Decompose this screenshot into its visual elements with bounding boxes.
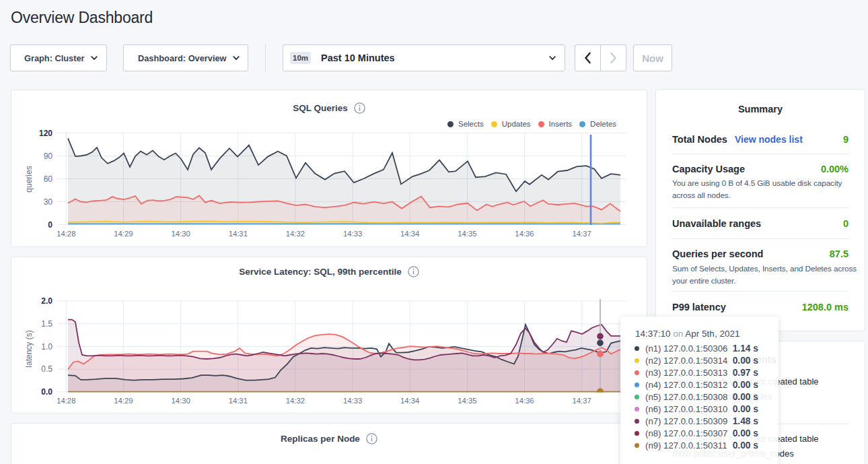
svg-text:14:29: 14:29	[114, 230, 133, 238]
svg-text:14:28: 14:28	[57, 397, 75, 405]
svg-text:latency (s): latency (s)	[24, 330, 34, 367]
svg-text:1.0: 1.0	[41, 342, 52, 352]
svg-text:120: 120	[39, 129, 52, 138]
svg-text:0.0: 0.0	[41, 387, 52, 397]
svg-text:30: 30	[44, 197, 53, 207]
svg-text:14:29: 14:29	[114, 397, 133, 405]
svg-text:14:32: 14:32	[286, 230, 305, 238]
svg-text:60: 60	[44, 174, 53, 184]
svg-text:14:30: 14:30	[171, 397, 190, 405]
svg-text:0.5: 0.5	[41, 364, 52, 374]
svg-text:14:35: 14:35	[458, 230, 476, 238]
svg-text:2.0: 2.0	[41, 296, 52, 306]
svg-text:14:32: 14:32	[286, 397, 305, 405]
svg-text:90: 90	[44, 152, 53, 161]
svg-text:14:28: 14:28	[57, 230, 75, 238]
svg-text:14:37: 14:37	[572, 230, 591, 238]
svg-text:14:34: 14:34	[400, 397, 419, 405]
svg-text:14:36: 14:36	[515, 230, 534, 238]
svg-text:14:36: 14:36	[515, 397, 534, 405]
svg-text:14:37: 14:37	[572, 397, 591, 405]
svg-text:14:31: 14:31	[229, 397, 248, 405]
svg-text:queries: queries	[24, 166, 34, 192]
svg-text:1.5: 1.5	[41, 319, 52, 329]
svg-text:14:35: 14:35	[458, 397, 476, 405]
svg-text:14:31: 14:31	[229, 230, 248, 238]
svg-text:14:30: 14:30	[171, 230, 190, 238]
svg-text:14:33: 14:33	[343, 230, 362, 238]
svg-text:0: 0	[48, 220, 52, 230]
svg-text:14:33: 14:33	[343, 397, 362, 405]
svg-text:14:34: 14:34	[400, 230, 419, 238]
